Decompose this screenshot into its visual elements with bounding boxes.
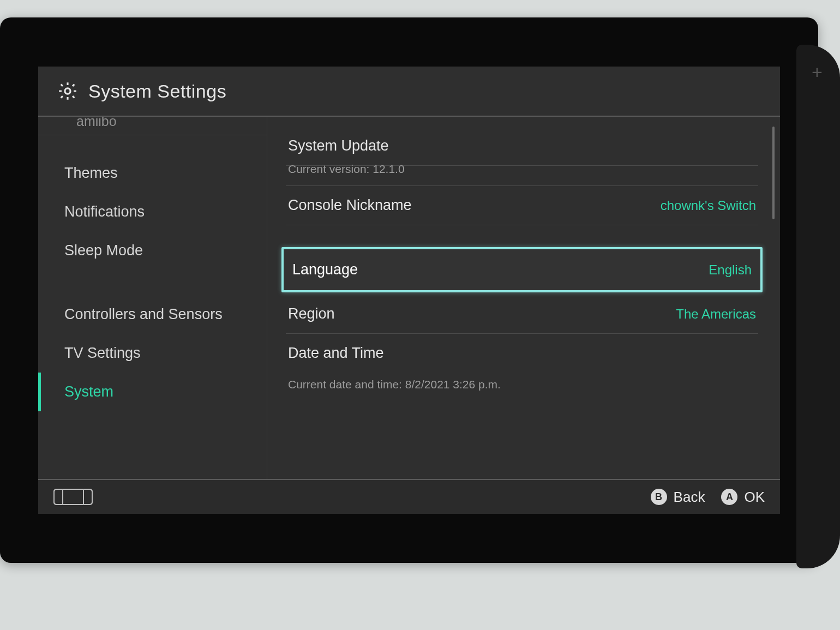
sidebar-item-sleep-mode[interactable]: Sleep Mode: [38, 231, 267, 270]
sidebar-item-label: Notifications: [64, 203, 145, 220]
sidebar-item-label: System: [64, 383, 113, 400]
row-value: The Americas: [676, 307, 756, 322]
sidebar-item-label: TV Settings: [64, 345, 141, 361]
sidebar-item-label: Sleep Mode: [64, 242, 143, 259]
content-panel: System Update Current version: 12.1.0 Co…: [267, 117, 780, 479]
gear-icon: [57, 80, 79, 102]
sidebar-item-themes[interactable]: Themes: [38, 154, 267, 193]
scrollbar[interactable]: [772, 127, 775, 219]
hint-ok: A OK: [721, 489, 765, 506]
sidebar-item-notifications[interactable]: Notifications: [38, 193, 267, 231]
hint-back: B Back: [651, 489, 705, 506]
sidebar-item-label: Themes: [64, 165, 118, 181]
row-region[interactable]: Region The Americas: [286, 295, 758, 334]
row-label: System Update: [288, 137, 389, 154]
controller-status-icon[interactable]: [53, 489, 93, 505]
page-title: System Settings: [88, 81, 226, 102]
date-time-current: Current date and time: 8/2/2021 3:26 p.m…: [286, 373, 758, 391]
row-system-update[interactable]: System Update: [286, 127, 758, 166]
sidebar-item-label: Controllers and Sensors: [64, 306, 223, 322]
settings-screen: System Settings amiibo Themes Notificati…: [38, 67, 780, 514]
sidebar-item-tv-settings[interactable]: TV Settings: [38, 334, 267, 373]
row-value: chownk's Switch: [661, 198, 756, 213]
sidebar-item-system[interactable]: System: [38, 373, 267, 411]
sidebar: amiibo Themes Notifications Sleep Mode C…: [38, 117, 267, 479]
row-label: Console Nickname: [288, 197, 412, 214]
hint-label: OK: [744, 489, 765, 506]
b-button-icon: B: [651, 489, 667, 505]
row-date-time[interactable]: Date and Time: [286, 334, 758, 373]
hint-label: Back: [674, 489, 705, 506]
sidebar-item-controllers-sensors[interactable]: Controllers and Sensors: [38, 295, 267, 334]
row-label: Region: [288, 305, 335, 322]
system-update-version: Current version: 12.1.0: [286, 163, 758, 186]
header: System Settings: [38, 67, 780, 117]
footer: B Back A OK: [38, 479, 780, 514]
sidebar-item-amiibo-cut[interactable]: amiibo: [38, 117, 267, 135]
row-label: Date and Time: [288, 345, 384, 362]
a-button-icon: A: [721, 489, 737, 505]
row-label: Language: [292, 261, 358, 278]
row-console-nickname[interactable]: Console Nickname chownk's Switch: [286, 186, 758, 225]
row-language[interactable]: Language English: [281, 247, 763, 292]
row-value: English: [709, 262, 752, 278]
svg-point-0: [65, 88, 70, 94]
